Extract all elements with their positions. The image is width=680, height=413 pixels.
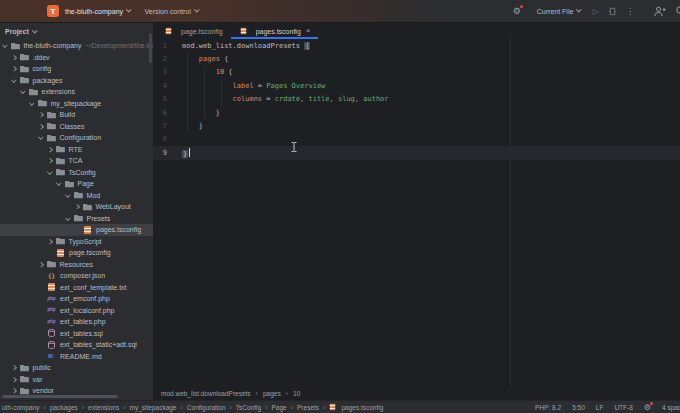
chevron-collapsed-icon[interactable] xyxy=(47,147,52,152)
breadcrumb-item[interactable]: packages xyxy=(50,404,78,411)
tree-item-ext_emconf.php[interactable]: phpext_emconf.php xyxy=(0,293,153,305)
folder-icon xyxy=(20,53,29,62)
chevron-expanded-icon[interactable] xyxy=(56,180,61,185)
tree-item-tca[interactable]: TCA xyxy=(0,155,153,167)
tree-item-extensions[interactable]: extensions xyxy=(0,86,153,98)
code-line-7[interactable]: 7 } xyxy=(153,119,680,132)
vcs-widget[interactable]: Version control xyxy=(144,8,190,15)
tree-item-.ddev[interactable]: .ddev xyxy=(0,52,153,64)
tree-item-ext_tables.php[interactable]: phpext_tables.php xyxy=(0,316,153,328)
breadcrumb-item[interactable]: uth-company xyxy=(2,404,40,411)
tree-item-tsconfig[interactable]: TsConfig xyxy=(0,167,153,179)
breadcrumb-item[interactable]: mod.web_list.downloadPresets xyxy=(161,390,251,397)
tree-item-ext_tables_static+adt.sql[interactable]: ext_tables_static+adt.sql xyxy=(0,339,153,351)
tree-item-resources[interactable]: Resources xyxy=(0,259,153,271)
encoding-widget[interactable]: UTF-8 xyxy=(614,404,632,411)
breadcrumb-item[interactable]: Page xyxy=(272,404,287,411)
chevron-expanded-icon[interactable] xyxy=(65,215,70,220)
tree-item-presets[interactable]: Presets xyxy=(0,213,153,225)
tree-item-page[interactable]: Page xyxy=(0,178,153,190)
run-config-selector[interactable]: Current File xyxy=(537,8,581,15)
tab-close-icon[interactable]: × xyxy=(306,27,311,35)
code-line-3[interactable]: 3 10 { xyxy=(153,66,680,79)
chevron-collapsed-icon[interactable] xyxy=(47,239,52,244)
breadcrumb-item[interactable]: Configuration xyxy=(187,404,226,411)
code-line-2[interactable]: 2 pages { xyxy=(153,52,680,65)
tab-page.tsconfig[interactable]: page.tsconfig xyxy=(156,23,231,39)
chevron-down-icon xyxy=(32,28,37,33)
line-ending-widget[interactable]: LF xyxy=(596,404,604,411)
chevron-collapsed-icon[interactable] xyxy=(38,262,43,267)
line-number: 5 xyxy=(153,95,167,103)
tree-item-label: vendor xyxy=(33,387,54,394)
tab-pages.tsconfig[interactable]: pages.tsconfig× xyxy=(231,23,319,39)
chevron-expanded-icon[interactable] xyxy=(38,134,43,139)
chevron-expanded-icon[interactable] xyxy=(20,88,25,93)
chevron-collapsed-icon[interactable] xyxy=(11,55,16,60)
editor[interactable]: 1mod.web_list.downloadPresets {2 pages {… xyxy=(153,39,680,386)
tree-item-rte[interactable]: RTE xyxy=(0,144,153,156)
breadcrumb-item-file[interactable]: pages.tsconfig xyxy=(341,404,383,411)
vertical-scrollbar[interactable] xyxy=(149,33,152,63)
tree-item-mod[interactable]: Mod xyxy=(0,190,153,202)
more-actions-icon[interactable]: ⋮ xyxy=(626,7,634,16)
tree-item-classes[interactable]: Classes xyxy=(0,121,153,133)
breadcrumb-item[interactable]: Presets xyxy=(297,404,319,411)
code-line-4[interactable]: 4 label = Pages Overview xyxy=(153,79,680,92)
tree-item-ext_tables.sql[interactable]: ext_tables.sql xyxy=(0,328,153,340)
tree-item-my_sitepackage[interactable]: my_sitepackage xyxy=(0,98,153,110)
chevron-expanded-icon[interactable] xyxy=(2,42,7,47)
chevron-expanded-icon[interactable] xyxy=(11,77,16,82)
chevron-expanded-icon[interactable] xyxy=(29,100,34,105)
project-panel-header[interactable]: Project xyxy=(0,23,153,40)
code-line-5[interactable]: 5 columns = crdate, title, slug, author xyxy=(153,93,680,106)
caret-position-widget[interactable]: 5:50 xyxy=(572,404,585,411)
tree-item-pages.tsconfig[interactable]: pages.tsconfig xyxy=(0,224,153,236)
tree-item-weblayout[interactable]: WebLayout xyxy=(0,201,153,213)
tree-item-ext_localconf.php[interactable]: phpext_localconf.php xyxy=(0,305,153,317)
settings-gear-icon[interactable]: ⚙ xyxy=(513,6,521,16)
code-with-me-icon[interactable] xyxy=(654,6,666,17)
chevron-collapsed-icon[interactable] xyxy=(74,204,79,209)
tree-item-typoscript[interactable]: TypoScript xyxy=(0,236,153,248)
breadcrumb-item[interactable]: 10 xyxy=(293,390,300,397)
chevron-collapsed-icon[interactable] xyxy=(11,377,16,382)
tree-item-configuration[interactable]: Configuration xyxy=(0,132,153,144)
tree-item-label: extensions xyxy=(42,88,75,95)
tree-item-the-bluth-company[interactable]: the-bluth-company~/Development/the-bluth xyxy=(0,40,153,52)
horizontal-scrollbar[interactable] xyxy=(2,395,118,398)
chevron-collapsed-icon[interactable] xyxy=(38,112,43,117)
chevron-expanded-icon[interactable] xyxy=(47,169,52,174)
code-line-8[interactable]: 8 xyxy=(153,133,680,146)
chevron-collapsed-icon[interactable] xyxy=(47,158,52,163)
tree-item-ext_conf_template.txt[interactable]: ext_conf_template.txt xyxy=(0,282,153,294)
tree-item-var[interactable]: var xyxy=(0,374,153,386)
code-line-1[interactable]: 1mod.web_list.downloadPresets { xyxy=(153,39,680,52)
indent-widget[interactable]: 4 spaces xyxy=(662,404,680,411)
status-gear-icon[interactable]: ⚙ xyxy=(644,403,651,412)
chevron-expanded-icon[interactable] xyxy=(65,192,70,197)
tree-item-build[interactable]: Build xyxy=(0,109,153,121)
tree-item-public[interactable]: public xyxy=(0,362,153,374)
debug-button[interactable] xyxy=(608,6,617,16)
tree-item-readme.md[interactable]: M↓README.md xyxy=(0,351,153,363)
chevron-collapsed-icon[interactable] xyxy=(11,388,16,393)
tree-item-config[interactable]: config xyxy=(0,63,153,75)
search-everywhere-icon[interactable] xyxy=(675,5,680,17)
chevron-collapsed-icon[interactable] xyxy=(11,365,16,370)
chevron-collapsed-icon[interactable] xyxy=(11,66,16,71)
project-widget[interactable]: the-bluth-company xyxy=(65,8,123,15)
breadcrumb-item[interactable]: pages xyxy=(263,390,281,397)
php-version-widget[interactable]: PHP: 8.2 xyxy=(535,404,561,411)
code-line-6[interactable]: 6 } xyxy=(153,106,680,119)
tree-item-packages[interactable]: packages xyxy=(0,75,153,87)
run-button[interactable]: ▷ xyxy=(593,7,599,16)
breadcrumb-item[interactable]: my_sitepackage xyxy=(130,404,177,411)
tree-item-page.tsconfig[interactable]: page.tsconfig xyxy=(0,247,153,259)
code-line-9[interactable]: 9} xyxy=(153,146,680,159)
main-menu-icon[interactable] xyxy=(8,8,17,15)
breadcrumb-item[interactable]: extensions xyxy=(88,404,119,411)
tree-item-composer.json[interactable]: {}composer.json xyxy=(0,270,153,282)
chevron-collapsed-icon[interactable] xyxy=(38,124,43,129)
breadcrumb-item[interactable]: TsConfig xyxy=(236,404,261,411)
